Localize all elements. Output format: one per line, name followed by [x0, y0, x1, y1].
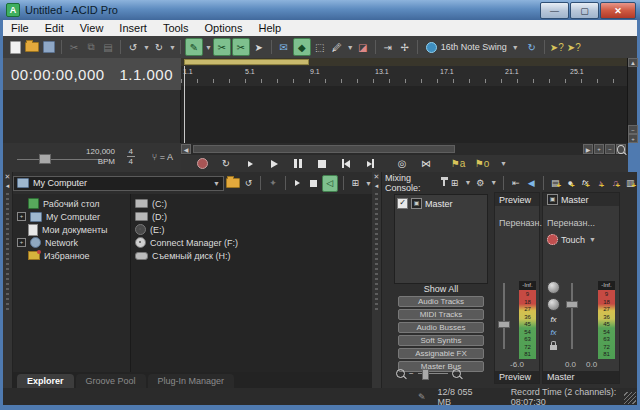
swing-preset-dropdown[interactable]: ▼: [512, 44, 519, 51]
insert-fx-button[interactable]: fx+: [580, 176, 592, 189]
mixer-zoom-slider[interactable]: [422, 369, 429, 380]
channel-row-master[interactable]: ✓ ▣ Master: [395, 195, 487, 210]
file-item-c-drive[interactable]: (C:): [131, 197, 372, 210]
swing-reset-button[interactable]: ↻: [524, 39, 540, 55]
redo-button[interactable]: ↻: [151, 39, 167, 55]
split-tool-button[interactable]: ✂: [232, 38, 250, 56]
views-button[interactable]: ⊞: [348, 176, 362, 191]
insert-input-bus-button[interactable]: ▥+: [625, 176, 637, 189]
menu-view[interactable]: View: [72, 22, 112, 34]
swing-preset-select[interactable]: 16th Note Swing ▼: [422, 39, 523, 55]
new-project-button[interactable]: [7, 39, 23, 55]
record-button[interactable]: [195, 157, 209, 170]
menu-tools[interactable]: Tools: [155, 22, 197, 34]
preview-meter[interactable]: -Inf. 9 18 27 36 45 54 63 72 81: [519, 281, 536, 359]
scroll-right-button[interactable]: ▶: [583, 144, 593, 154]
paint-tool-button[interactable]: ◆: [293, 38, 311, 56]
undo-button[interactable]: ↺: [125, 39, 141, 55]
auto-preview-button[interactable]: ◁: [322, 175, 338, 192]
horizontal-scroll-thumb[interactable]: [193, 145, 455, 153]
close-button[interactable]: ✕: [600, 2, 636, 19]
menu-file[interactable]: File: [3, 22, 37, 34]
marker-dropdown[interactable]: ▼: [500, 160, 507, 167]
narrow-strips-button[interactable]: ⇤: [510, 176, 522, 189]
event-tool-button[interactable]: ⇥: [380, 39, 396, 55]
menu-options[interactable]: Options: [197, 22, 251, 34]
pause-button[interactable]: [291, 157, 305, 170]
preview-fader[interactable]: [498, 321, 510, 328]
loop-playback-button[interactable]: ↻: [219, 157, 233, 170]
timeline-vertical-scrollbar[interactable]: ▲ − +: [627, 58, 637, 143]
loop-region[interactable]: [184, 59, 309, 65]
tree-item-my-documents[interactable]: Мои документы: [13, 223, 130, 236]
filter-soft-synths-button[interactable]: Soft Synths: [398, 335, 484, 346]
draw-tool-button[interactable]: ✎: [185, 38, 203, 56]
paste-button[interactable]: ▤: [100, 39, 116, 55]
zoom-in-icon[interactable]: [452, 369, 461, 378]
file-item-d-drive[interactable]: (D:): [131, 210, 372, 223]
fx-chain-button[interactable]: fx: [550, 315, 556, 324]
fx-automation-button[interactable]: fx: [550, 328, 556, 337]
automation-mode-select[interactable]: Touch ▼: [543, 228, 619, 245]
file-item-f-drive[interactable]: Connect Manager (F:): [131, 236, 372, 249]
selection-tool-button[interactable]: ⬚: [312, 39, 328, 55]
mixer-collapse-button[interactable]: ◂: [372, 181, 381, 190]
time-signature[interactable]: 4 4: [127, 147, 135, 166]
tree-item-favorites[interactable]: Избранное: [13, 249, 130, 262]
explorer-close-button[interactable]: ✕: [3, 172, 12, 181]
save-button[interactable]: [41, 39, 57, 55]
pencil-tool-dropdown[interactable]: ▼: [347, 44, 354, 51]
audio-device-button[interactable]: ◀: [525, 176, 537, 189]
mixer-dock-handle[interactable]: ✕ ◂: [372, 172, 382, 388]
eraser-tool-button[interactable]: ◪: [355, 39, 371, 55]
preview-assign-label[interactable]: Переназн...: [495, 206, 539, 228]
mixer-settings-dropdown[interactable]: ▼: [490, 179, 497, 186]
add-folder-button[interactable]: [226, 176, 240, 191]
insert-bus-button[interactable]: ●+: [565, 176, 577, 189]
timeline-workspace[interactable]: [181, 86, 628, 143]
zoom-out-time-button[interactable]: −: [605, 144, 615, 154]
maximize-button[interactable]: ▢: [570, 2, 599, 19]
insert-marker-button[interactable]: ⚑a: [451, 157, 465, 170]
pointer-tool-button[interactable]: ➤: [251, 39, 267, 55]
pan-knob[interactable]: [547, 281, 560, 294]
envelope-tool-button[interactable]: ✉: [276, 39, 292, 55]
extract-audio-button[interactable]: ✦: [266, 176, 280, 191]
open-button[interactable]: [24, 39, 40, 55]
master-meter[interactable]: -Inf. 9 18 27 36 45 54 63 72 81: [598, 281, 615, 359]
play-from-start-button[interactable]: [243, 157, 257, 170]
dock-grip[interactable]: [375, 193, 378, 313]
master-fader[interactable]: [566, 301, 578, 308]
zoom-out-icon[interactable]: [396, 369, 405, 378]
menu-edit[interactable]: Edit: [37, 22, 72, 34]
master-assign-label[interactable]: Переназн...: [543, 206, 619, 228]
copy-button[interactable]: ⧉: [83, 39, 99, 55]
tempo-slider[interactable]: [39, 154, 51, 164]
lock-icon[interactable]: [550, 345, 557, 350]
minimize-button[interactable]: —: [540, 2, 569, 19]
file-item-h-drive[interactable]: Съемный диск (H:): [131, 249, 372, 262]
play-button[interactable]: [267, 157, 281, 170]
playhead-cursor[interactable]: [184, 86, 185, 143]
track-list-pane[interactable]: [3, 90, 181, 143]
go-to-end-button[interactable]: [363, 157, 377, 170]
address-select[interactable]: My Computer ▼: [13, 176, 224, 191]
cut-button[interactable]: ✂: [66, 39, 82, 55]
expander-icon[interactable]: +: [17, 238, 26, 247]
menu-insert[interactable]: Insert: [111, 22, 155, 34]
pin-icon[interactable]: [443, 179, 446, 186]
filter-midi-tracks-button[interactable]: MIDI Tracks: [398, 309, 484, 320]
insert-soft-synth-button[interactable]: ♪+: [595, 176, 607, 189]
bpm-value[interactable]: 120,000: [86, 147, 115, 157]
explorer-collapse-button[interactable]: ◂: [3, 181, 12, 190]
scroll-up-button[interactable]: ▲: [628, 58, 638, 67]
event-clip-button[interactable]: ⋈: [419, 157, 433, 170]
stop-button[interactable]: [315, 157, 329, 170]
whats-this-button[interactable]: ➤?: [549, 39, 565, 55]
vertical-zoom-out-button[interactable]: −: [628, 125, 638, 134]
erase-tool-button[interactable]: ✂: [213, 38, 231, 56]
metronome-button[interactable]: ◎: [395, 157, 409, 170]
file-item-e-drive[interactable]: (E:): [131, 223, 372, 236]
tree-item-my-computer[interactable]: + My Computer: [13, 210, 130, 223]
scroll-left-button[interactable]: ◀: [181, 144, 191, 154]
